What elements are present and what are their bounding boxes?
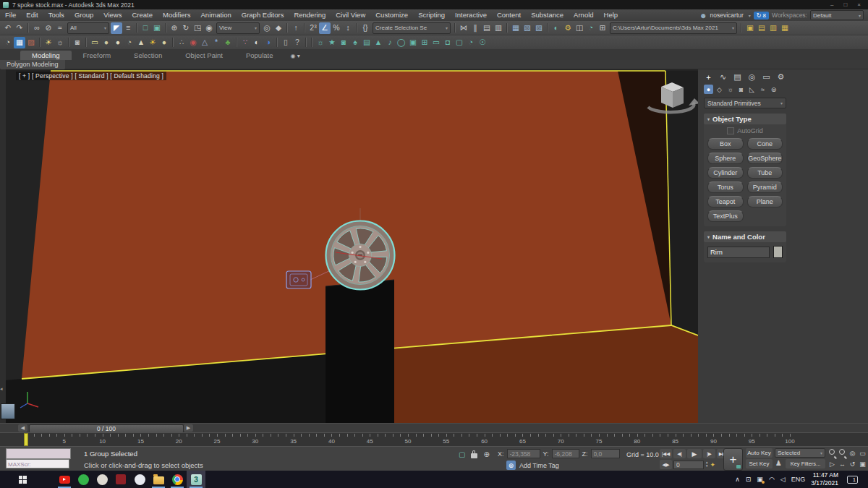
play-button[interactable]: ▶ bbox=[687, 449, 702, 458]
light-array-icon[interactable]: ☼ bbox=[54, 37, 66, 48]
primitive-button-cylinder[interactable]: Cylinder bbox=[707, 167, 744, 179]
sun-system-icon[interactable]: ☉ bbox=[477, 37, 488, 48]
taskbar-green-app[interactable] bbox=[74, 471, 93, 488]
taskbar-red-app[interactable] bbox=[111, 471, 130, 488]
tray-volume-icon[interactable]: ◁ bbox=[780, 476, 786, 483]
shapes-category[interactable]: ◇ bbox=[715, 85, 724, 94]
video-camera-icon[interactable]: ◙ bbox=[338, 37, 349, 48]
foliage-icon[interactable]: ♣ bbox=[222, 37, 234, 48]
bulb-icon[interactable]: ☼ bbox=[315, 37, 326, 48]
manipulate-icon[interactable]: ◆ bbox=[273, 22, 284, 34]
utilities-tab[interactable]: ⚙ bbox=[776, 72, 786, 82]
rotate-icon[interactable]: ↻ bbox=[180, 22, 192, 34]
menu-rendering[interactable]: Rendering bbox=[289, 9, 331, 21]
menu-arnold[interactable]: Arnold bbox=[569, 9, 598, 21]
monitor-icon[interactable]: ▭ bbox=[430, 37, 442, 48]
primitive-button-plane[interactable]: Plane bbox=[747, 196, 783, 207]
film-icon[interactable]: ◘ bbox=[442, 37, 454, 48]
display-tab[interactable]: ▭ bbox=[762, 72, 771, 82]
minimize-button[interactable]: – bbox=[830, 1, 833, 8]
schematic-view-icon[interactable]: ▨ bbox=[533, 22, 545, 34]
keying-selection-dropdown[interactable]: Selected ▾ bbox=[775, 448, 825, 458]
render-icon[interactable]: ◔ bbox=[585, 22, 597, 34]
geosphere-primitive-icon[interactable]: ● bbox=[158, 37, 170, 48]
ribbon-toggle-icon[interactable]: ▦ bbox=[510, 22, 522, 34]
redo-icon[interactable]: ↷ bbox=[14, 22, 25, 34]
hierarchy-tab[interactable]: ▤ bbox=[733, 72, 742, 82]
grid-icon[interactable]: ⊞ bbox=[419, 37, 430, 48]
tab-selection[interactable]: Selection bbox=[122, 51, 174, 60]
menu-interactive[interactable]: Interactive bbox=[450, 9, 492, 21]
blob-primitive-icon[interactable]: ● bbox=[101, 37, 112, 48]
notification-center-badge[interactable]: ↻ 8 bbox=[754, 12, 769, 20]
rendered-frame-icon[interactable]: ◫ bbox=[574, 22, 585, 34]
spinner-snap-icon[interactable]: ↕ bbox=[342, 22, 354, 34]
color-dots-icon[interactable]: ∵ bbox=[239, 37, 251, 48]
primitive-button-teapot[interactable]: Teapot bbox=[707, 196, 744, 207]
taskbar-youtube[interactable] bbox=[55, 471, 74, 488]
menu-views[interactable]: Views bbox=[98, 9, 127, 21]
mirror-icon[interactable]: ⋈ bbox=[458, 22, 469, 34]
slate-material-icon[interactable]: ▦ bbox=[14, 37, 25, 48]
copy-path-icon[interactable]: ▥ bbox=[767, 22, 779, 34]
key-mode-button[interactable]: ◀▶ bbox=[660, 460, 672, 469]
menu-modifiers[interactable]: Modifiers bbox=[158, 9, 196, 21]
tree-icon[interactable]: ▲ bbox=[373, 37, 384, 48]
viewport-scene[interactable] bbox=[6, 69, 698, 423]
cube-icon[interactable]: ▣ bbox=[407, 37, 419, 48]
shortcut-override-icon[interactable]: ↑ bbox=[290, 22, 302, 34]
current-frame-marker[interactable] bbox=[24, 433, 28, 446]
walkthrough-icon[interactable]: ▷ bbox=[827, 459, 837, 469]
helper-object[interactable] bbox=[286, 271, 311, 288]
pedestal-box[interactable] bbox=[326, 280, 394, 423]
selection-set-dropdown[interactable]: Create Selection Se▾ bbox=[373, 22, 451, 34]
selection-lock-icon[interactable] bbox=[471, 453, 477, 458]
z-coordinate-field[interactable] bbox=[591, 449, 620, 458]
help-icon[interactable]: ? bbox=[292, 37, 303, 48]
tab-freeform[interactable]: Freeform bbox=[72, 51, 123, 60]
percent-snap-icon[interactable]: % bbox=[331, 22, 342, 34]
primitive-button-sphere[interactable]: Sphere bbox=[707, 153, 744, 164]
zoom-all-icon[interactable] bbox=[838, 448, 847, 458]
teapot-outline-icon[interactable]: ◔ bbox=[465, 37, 477, 48]
menu-edit[interactable]: Edit bbox=[21, 9, 43, 21]
create-tab[interactable]: + bbox=[704, 72, 713, 82]
time-slider-next-button[interactable]: ▶ bbox=[184, 424, 193, 432]
primitive-button-geosphere[interactable]: GeoSphere bbox=[747, 153, 783, 164]
add-time-tag-label[interactable]: Add Time Tag bbox=[519, 462, 559, 469]
bind-spacewarp-icon[interactable]: ≈ bbox=[54, 22, 66, 34]
balloon-icon[interactable]: ◉ bbox=[187, 37, 199, 48]
primitive-button-torus[interactable]: Torus bbox=[707, 181, 744, 193]
select-object-icon[interactable]: ◤ bbox=[111, 22, 122, 34]
close-button[interactable]: × bbox=[857, 1, 861, 8]
move-icon[interactable]: ⊕ bbox=[169, 22, 180, 34]
tab-populate[interactable]: Populate bbox=[234, 51, 285, 60]
primitive-button-cone[interactable]: Cone bbox=[747, 138, 783, 150]
maxscript-mini-listener[interactable]: MAXScr: bbox=[6, 459, 69, 468]
select-by-name-icon[interactable]: ≡ bbox=[122, 22, 134, 34]
camera-icon[interactable]: ◙ bbox=[72, 37, 83, 48]
panda-icon[interactable]: ◐ bbox=[251, 37, 263, 48]
polygon-modeling-panel[interactable]: Polygon Modeling bbox=[0, 60, 65, 69]
next-frame-button[interactable]: |▶ bbox=[703, 449, 715, 458]
taskbar-3ds-max[interactable]: 3 bbox=[187, 471, 205, 488]
light-icon[interactable]: ☀ bbox=[43, 37, 54, 48]
pyramid-icon[interactable]: △ bbox=[199, 37, 210, 48]
teapot-scene-icon[interactable]: ◔ bbox=[2, 37, 14, 48]
go-to-start-button[interactable]: |◀◀ bbox=[660, 449, 672, 458]
perspective-viewport[interactable]: [ + ] [ Perspective ] [ Standard ] [ Def… bbox=[6, 69, 698, 423]
ball-icon[interactable]: ◑ bbox=[263, 37, 274, 48]
tray-wifi-icon[interactable]: ◠ bbox=[769, 476, 775, 483]
transform-gizmo-icon[interactable]: ⊕ bbox=[483, 451, 489, 458]
primitive-category-dropdown[interactable]: Standard Primitives ▾ bbox=[704, 98, 786, 108]
maximize-button[interactable]: □ bbox=[843, 1, 847, 8]
previous-frame-button[interactable]: ◀| bbox=[673, 449, 686, 458]
geometry-category[interactable]: ● bbox=[704, 85, 713, 94]
tab-modeling[interactable]: Modeling bbox=[20, 51, 72, 60]
project-path-dropdown[interactable]: C:\Users\Artur\Documents\3ds Max 2021▾ bbox=[610, 22, 737, 34]
sun-icon[interactable]: ☀ bbox=[147, 37, 158, 48]
maximize-viewport-icon[interactable]: ▣ bbox=[858, 459, 867, 469]
character-icon[interactable]: ♟ bbox=[775, 460, 782, 467]
orbit-icon[interactable]: ↺ bbox=[848, 459, 857, 469]
auto-key-button[interactable]: Auto Key bbox=[746, 448, 773, 458]
